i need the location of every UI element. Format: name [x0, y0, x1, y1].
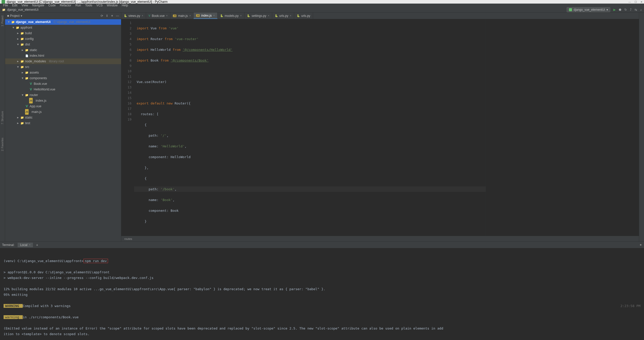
run-configuration-selector[interactable]: django_vue_elementUi ▾	[567, 7, 610, 12]
navigation-bar: django_vue_elementUi django_vue_elementU…	[0, 7, 644, 13]
tree-config[interactable]: config	[5, 36, 121, 42]
project-header-title[interactable]: Project	[10, 14, 19, 18]
right-tool-strip	[639, 13, 644, 241]
window-titlebar: django_vue_elementUi [C:\django_vue_elem…	[0, 0, 644, 4]
tree-build[interactable]: build	[5, 30, 121, 36]
terminal-tool-header: Terminal: Local× + ✶	[0, 241, 644, 248]
django-icon	[569, 8, 572, 11]
project-tool-tab[interactable]: 1: Project	[1, 14, 4, 28]
warning-badge: warning	[4, 315, 23, 319]
tree-src[interactable]: src	[5, 64, 121, 70]
editor-breadcrumb[interactable]: routes	[121, 236, 639, 241]
menu-file[interactable]: File	[1, 4, 10, 7]
tree-node-modules[interactable]: node_modules library root	[5, 58, 121, 64]
update-button[interactable]: ⤴	[630, 8, 631, 11]
tab-index-js[interactable]: JSindex.js×	[194, 13, 218, 19]
tree-appfront[interactable]: appfront	[5, 25, 121, 30]
hide-icon[interactable]: —	[116, 14, 119, 18]
favorites-tool-tab[interactable]: 2: Favorites	[1, 136, 4, 153]
menu-run[interactable]: Run	[73, 4, 83, 7]
project-tool-window: ■ Project ⟳ ⇕ ✶ — django_vue_elementUi C…	[5, 13, 121, 241]
tree-project-root[interactable]: django_vue_elementUi C:\django_vue_eleme…	[5, 19, 121, 25]
tree-dist[interactable]: dist	[5, 42, 121, 47]
chevron-down-icon[interactable]	[21, 14, 22, 18]
tree-app-vue[interactable]: App.vue	[5, 103, 121, 109]
run-button[interactable]: ▶	[613, 8, 616, 11]
tree-index-js[interactable]: JS index.js	[5, 98, 121, 103]
maximize-button[interactable]: ☐	[635, 1, 637, 3]
breadcrumb-root[interactable]: django_vue_elementUi	[7, 8, 39, 11]
tree-router[interactable]: router	[5, 92, 121, 98]
menu-help[interactable]: Help	[120, 4, 130, 7]
collapse-icon[interactable]: ⇕	[106, 14, 108, 18]
menu-refactor[interactable]: Refactor	[58, 4, 73, 7]
terminal-title: Terminal:	[2, 243, 15, 247]
window-title: django_vue_elementUi [C:\django_vue_elem…	[7, 0, 168, 4]
minimize-button[interactable]: —	[628, 1, 631, 3]
tab-urls-py-1[interactable]: 🐍urls.py×	[272, 13, 294, 19]
tab-settings-py[interactable]: 🐍settings.py×	[244, 13, 272, 19]
tree-assets[interactable]: assets	[5, 70, 121, 75]
menu-code[interactable]: Code	[46, 4, 58, 7]
tree-components[interactable]: components	[5, 75, 121, 81]
tree-test[interactable]: test	[5, 120, 121, 126]
compile-timestamp: 2:23:58 PM	[621, 303, 640, 309]
code-editor[interactable]: 12345678910111213141516171819 import Vue…	[121, 19, 486, 236]
tree-main-js[interactable]: JS main.js	[5, 109, 121, 115]
tab-book-vue[interactable]: VBook.vue×	[146, 13, 171, 19]
tree-index-html[interactable]: index.html	[5, 53, 121, 58]
chevron-down-icon: ▾	[606, 8, 608, 11]
rerun-button[interactable]: ↻	[624, 8, 627, 11]
debug-button[interactable]: ⬢	[619, 8, 621, 11]
search-button[interactable]: ⌕	[640, 8, 642, 11]
project-header-icon: ■	[7, 14, 9, 18]
menu-vcs[interactable]: VCS	[94, 4, 105, 7]
settings-icon[interactable]: ✶	[111, 14, 113, 18]
project-tree[interactable]: django_vue_elementUi C:\django_vue_eleme…	[5, 19, 121, 241]
tree-static[interactable]: static	[5, 115, 121, 120]
editor-tabs: 🐍views.py× VBook.vue× JSmain.js× JSindex…	[121, 13, 639, 19]
editor-content[interactable]: import Vue from 'vue' import Router from…	[134, 19, 486, 236]
terminal-new-tab-button[interactable]: +	[36, 243, 38, 247]
editor-right-split	[486, 19, 639, 236]
locate-icon[interactable]: ⟳	[101, 14, 103, 18]
terminal-output[interactable]: (venv) C:\django_vue_elementUi\appfront>…	[0, 248, 644, 340]
highlighted-command: npm run dev	[84, 259, 108, 263]
warning-badge: WARNING	[4, 304, 23, 308]
run-config-label: django_vue_elementUi	[574, 8, 605, 11]
folder-icon	[2, 8, 6, 11]
tree-hello-vue[interactable]: HelloWorld.vue	[5, 87, 121, 92]
menu-view[interactable]: View	[19, 4, 30, 7]
terminal-tab-local[interactable]: Local×	[18, 243, 33, 247]
tab-views-py[interactable]: 🐍views.py×	[121, 13, 146, 19]
menu-window[interactable]: Window	[105, 4, 120, 7]
tab-urls-py-2[interactable]: 🐍urls.py	[294, 13, 313, 19]
editor-gutter: 12345678910111213141516171819	[121, 19, 134, 236]
menu-edit[interactable]: Edit	[10, 4, 19, 7]
menu-navigate[interactable]: Navigate	[30, 4, 46, 7]
menu-tools[interactable]: Tools	[83, 4, 94, 7]
menu-bar: File Edit View Navigate Code Refactor Ru…	[0, 4, 644, 7]
app-icon	[2, 0, 5, 4]
tab-models-py[interactable]: 🐍models.py×	[218, 13, 245, 19]
left-tool-strip: 1: Project 7: Structure 2: Favorites	[0, 13, 5, 241]
tab-main-js[interactable]: JSmain.js×	[170, 13, 194, 19]
git-button[interactable]: ⇆	[635, 8, 637, 11]
tree-dist-static[interactable]: static	[5, 47, 121, 53]
structure-tool-tab[interactable]: 7: Structure	[1, 110, 4, 126]
close-button[interactable]: ✕	[640, 1, 642, 3]
tree-book-vue[interactable]: Book.vue	[5, 81, 121, 87]
terminal-settings-icon[interactable]: ✶	[639, 243, 642, 247]
